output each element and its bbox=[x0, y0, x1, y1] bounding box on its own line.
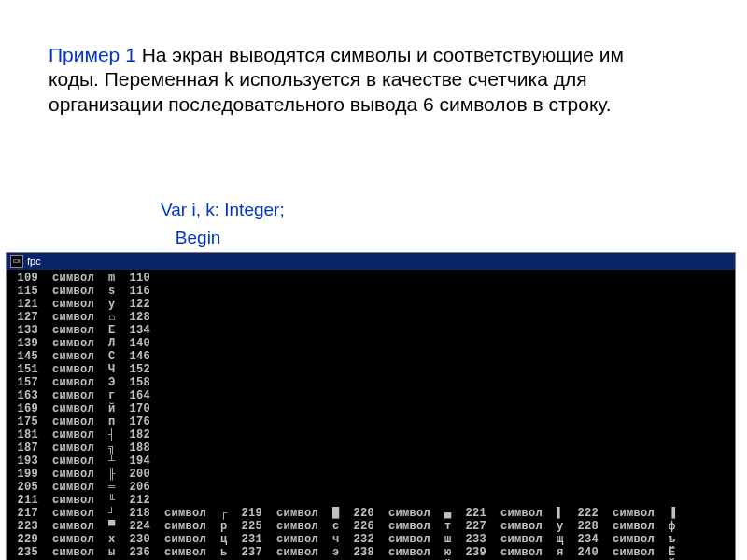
slide: Пример 1 На экран выводятся символы и со… bbox=[0, 0, 747, 560]
console-output: 109 символ m 110 115 символ s 116 121 си… bbox=[7, 270, 735, 560]
example-title: Пример 1 bbox=[49, 44, 136, 65]
example-paragraph: Пример 1 На экран выводятся символы и со… bbox=[49, 43, 665, 117]
console-window: cx fpc 109 символ m 110 115 символ s 116… bbox=[6, 252, 736, 560]
code-line: Var i, k: Integer; bbox=[161, 196, 684, 224]
window-title: fpc bbox=[27, 256, 41, 267]
console-titlebar: cx fpc bbox=[7, 253, 735, 270]
code-line: Begin bbox=[161, 224, 684, 252]
app-icon: cx bbox=[10, 255, 23, 268]
